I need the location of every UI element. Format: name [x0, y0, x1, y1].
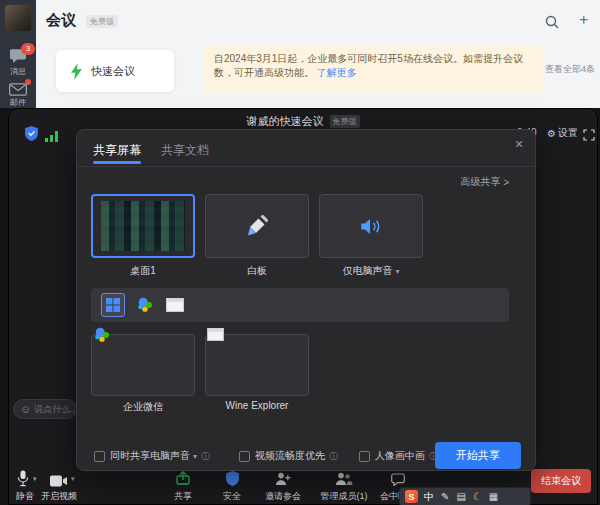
share-audio-info-icon[interactable]: ⓘ [201, 450, 210, 463]
meeting-security-indicator[interactable] [25, 126, 38, 141]
share-screen-icon [176, 471, 190, 485]
strip-item-windows[interactable] [101, 293, 125, 317]
tile-whiteboard-label: 白板 [205, 264, 309, 278]
notice-banner: 自2024年3月1日起，企业最多可同时召开5场在线会议。如需提升会议数，可开通高… [204, 46, 544, 94]
toolbar-label-video[interactable]: 开启视频 [36, 490, 82, 503]
input-method-bar: S 中 ✎ ▤ ☾ ▦ [399, 487, 531, 505]
chat-placeholder: 说点什么... [34, 403, 76, 416]
tile-computer-audio[interactable] [319, 194, 423, 258]
network-signal-indicator [45, 128, 58, 139]
mic-chevron-icon[interactable]: ▾ [33, 475, 37, 483]
app-tile-wecom-label: 企业微信 [91, 400, 195, 414]
wine-explorer-tile-icon [207, 327, 224, 341]
app-sidebar: 3 消息 邮件 [0, 0, 36, 108]
ime-grid-icon[interactable]: ▦ [489, 491, 498, 502]
pen-icon [246, 215, 268, 237]
smooth-video-info-icon[interactable]: ⓘ [329, 450, 338, 463]
add-button[interactable]: ＋ [576, 10, 591, 29]
app-main-window: 3 消息 邮件 会议 免费版 ＋ 快速会议 自2024年3月1日起，企业最多可同… [0, 0, 600, 108]
tile-audio-label[interactable]: 仅电脑声音 ▾ [319, 264, 423, 278]
invite-person-icon [275, 472, 291, 486]
window-icon [166, 298, 184, 312]
security-button[interactable] [226, 471, 239, 486]
share-dialog: 共享屏幕 共享文档 × 高级共享 > 桌面1 白板 仅电脑声音 [76, 129, 536, 471]
quick-meeting-button[interactable]: 快速会议 [56, 50, 174, 92]
settings-button[interactable]: ⚙ 设置 [547, 126, 578, 140]
quick-meeting-label: 快速会议 [91, 64, 135, 79]
active-tab-underline [93, 161, 141, 164]
meeting-window: 谢威的快速会议 免费版 0:40 ⚙ 设置 ☺ 说点什么... ▾ [8, 108, 598, 505]
free-plan-badge: 免费版 [86, 15, 118, 28]
members-icon [335, 472, 353, 486]
screen: 3 消息 邮件 会议 免费版 ＋ 快速会议 自2024年3月1日起，企业最多可同… [0, 0, 600, 505]
wecom-logo-icon [136, 296, 154, 314]
smooth-video-checkbox[interactable] [239, 451, 250, 462]
end-meeting-button[interactable]: 结束会议 [531, 469, 591, 493]
speaker-icon [360, 218, 382, 235]
tab-share-document[interactable]: 共享文档 [161, 142, 209, 159]
meeting-chat-button[interactable] [391, 472, 405, 485]
security-shield-icon [226, 471, 239, 486]
wecom-tile-logo-icon [93, 326, 111, 344]
strip-item-explorer[interactable] [165, 297, 185, 313]
fullscreen-icon [583, 129, 595, 141]
arrow-right-icon: > [503, 177, 509, 188]
messages-unread-badge: 3 [21, 43, 35, 55]
banner-text: 自2024年3月1日起，企业最多可同时召开5场在线会议。如需提升会议数，可开通高… [214, 52, 526, 80]
strip-item-wecom[interactable] [135, 296, 155, 314]
option-smooth-video[interactable]: 视频流畅度优先 ⓘ [239, 449, 338, 463]
sogou-logo-icon[interactable]: S [405, 490, 418, 503]
shield-icon [25, 126, 38, 141]
option-pip[interactable]: 人像画中画 ⓘ [359, 449, 438, 463]
manage-members-button[interactable] [335, 472, 353, 486]
microphone-icon [16, 470, 30, 487]
share-audio-checkbox[interactable] [94, 451, 105, 462]
tile-whiteboard[interactable] [205, 194, 309, 258]
view-all-link[interactable]: 查看全部4条 [545, 63, 595, 76]
chat-icon [391, 473, 405, 486]
toolbar-label-security[interactable]: 安全 [214, 490, 250, 503]
learn-more-link[interactable]: 了解更多 [317, 67, 357, 78]
ime-moon-icon[interactable]: ☾ [473, 491, 482, 502]
option-share-audio[interactable]: 同时共享电脑声音 ▾ ⓘ [94, 449, 210, 463]
emoji-icon: ☺ [20, 403, 31, 415]
fullscreen-button[interactable] [583, 127, 595, 139]
mute-button[interactable] [16, 470, 30, 487]
running-apps-strip [91, 288, 509, 322]
tab-share-screen[interactable]: 共享屏幕 [93, 142, 141, 159]
windows-grid-icon [106, 298, 120, 312]
tile-desktop1[interactable] [91, 194, 195, 258]
ime-pencil-icon[interactable]: ✎ [441, 491, 449, 502]
ime-mode-indicator[interactable]: 中 [424, 490, 434, 504]
audio-chevron-icon: ▾ [395, 267, 399, 276]
meeting-chat-input[interactable]: ☺ 说点什么... [13, 399, 77, 419]
sidebar-item-messages-label: 消息 [0, 66, 36, 77]
signal-bars-icon [45, 131, 58, 142]
app-tile-wine-explorer[interactable] [205, 334, 309, 396]
invite-button[interactable] [275, 472, 291, 486]
share-audio-chevron-icon[interactable]: ▾ [193, 452, 197, 461]
gear-icon: ⚙ [547, 128, 556, 139]
tabs-divider [77, 166, 535, 167]
page-title: 会议 [46, 11, 76, 30]
search-button[interactable] [544, 14, 560, 30]
start-share-button[interactable]: 开始共享 [435, 442, 521, 469]
camera-icon [49, 475, 68, 487]
toolbar-label-share[interactable]: 共享 [165, 490, 201, 503]
toolbar-label-members[interactable]: 管理成员(1) [311, 490, 377, 503]
desktop-thumbnail [101, 201, 185, 251]
pip-checkbox[interactable] [359, 451, 370, 462]
lightning-icon [70, 63, 83, 80]
ime-keyboard-icon[interactable]: ▤ [456, 491, 465, 502]
share-button[interactable] [176, 471, 190, 485]
toolbar-label-invite[interactable]: 邀请参会 [259, 490, 307, 503]
sidebar-item-mail[interactable] [9, 82, 27, 95]
settings-label: 设置 [558, 126, 578, 140]
search-icon [544, 14, 560, 30]
start-video-button[interactable] [49, 473, 68, 485]
avatar[interactable] [5, 5, 31, 31]
close-icon[interactable]: × [515, 136, 523, 152]
mail-unread-dot [25, 79, 31, 85]
advanced-share-link[interactable]: 高级共享 > [407, 175, 509, 189]
camera-chevron-icon[interactable]: ▾ [71, 475, 75, 483]
